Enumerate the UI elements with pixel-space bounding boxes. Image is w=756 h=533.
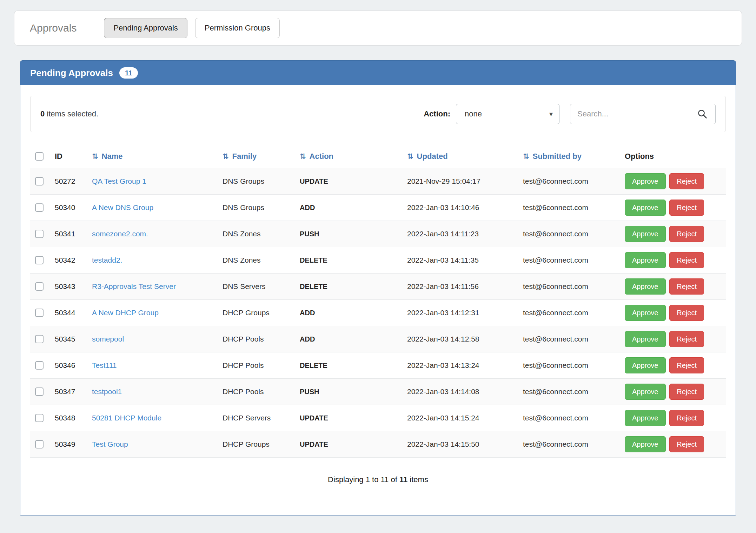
row-submitted-by: test@6connect.com bbox=[520, 168, 622, 195]
row-action: ADD bbox=[297, 195, 404, 221]
row-family: DNS Servers bbox=[220, 274, 297, 300]
row-name-link[interactable]: 50281 DHCP Module bbox=[92, 414, 161, 422]
row-id: 50348 bbox=[52, 405, 89, 431]
panel-header: Pending Approvals 11 bbox=[20, 61, 736, 85]
reject-button[interactable]: Reject bbox=[669, 410, 704, 426]
row-name-link[interactable]: R3-Approvals Test Server bbox=[92, 282, 176, 290]
approve-button[interactable]: Approve bbox=[625, 410, 666, 426]
pagination-summary: Displaying 1 to 11 of 11 items bbox=[30, 475, 726, 484]
tab-permission-groups[interactable]: Permission Groups bbox=[195, 18, 280, 38]
row-submitted-by: test@6connect.com bbox=[520, 326, 622, 352]
selected-label: items selected. bbox=[45, 109, 98, 118]
table-row: 50342 testadd2. DNS Zones DELETE 2022-Ja… bbox=[30, 247, 726, 274]
row-family: DNS Zones bbox=[220, 247, 297, 274]
row-name-link[interactable]: QA Test Group 1 bbox=[92, 177, 146, 185]
reject-button[interactable]: Reject bbox=[669, 173, 704, 189]
table-row: 50341 somezone2.com. DNS Zones PUSH 2022… bbox=[30, 221, 726, 247]
row-family: DNS Zones bbox=[220, 221, 297, 247]
row-family: DHCP Servers bbox=[220, 405, 297, 431]
column-header-action[interactable]: ⇅Action bbox=[297, 145, 404, 168]
row-family: DNS Groups bbox=[220, 195, 297, 221]
search-input[interactable] bbox=[570, 104, 689, 124]
approve-button[interactable]: Approve bbox=[625, 252, 666, 268]
reject-button[interactable]: Reject bbox=[669, 384, 704, 400]
row-id: 50349 bbox=[52, 431, 89, 458]
reject-button[interactable]: Reject bbox=[669, 200, 704, 216]
approve-button[interactable]: Approve bbox=[625, 226, 666, 242]
row-family: DHCP Pools bbox=[220, 326, 297, 352]
row-checkbox[interactable] bbox=[35, 387, 44, 396]
row-checkbox[interactable] bbox=[35, 282, 44, 291]
row-action: DELETE bbox=[297, 274, 404, 300]
table-header-row: ID ⇅Name ⇅Family ⇅Action ⇅Updated bbox=[30, 145, 726, 168]
reject-button[interactable]: Reject bbox=[669, 278, 704, 295]
reject-button[interactable]: Reject bbox=[669, 305, 704, 321]
approve-button[interactable]: Approve bbox=[625, 384, 666, 400]
row-updated: 2022-Jan-03 14:14:08 bbox=[404, 379, 520, 405]
approve-button[interactable]: Approve bbox=[625, 305, 666, 321]
table-row: 50347 testpool1 DHCP Pools PUSH 2022-Jan… bbox=[30, 379, 726, 405]
table-row: 50345 somepool DHCP Pools ADD 2022-Jan-0… bbox=[30, 326, 726, 352]
row-action: PUSH bbox=[297, 379, 404, 405]
select-all-checkbox[interactable] bbox=[35, 152, 44, 161]
row-checkbox[interactable] bbox=[35, 230, 44, 238]
reject-button[interactable]: Reject bbox=[669, 436, 704, 452]
row-checkbox[interactable] bbox=[35, 309, 44, 317]
row-checkbox[interactable] bbox=[35, 335, 44, 343]
column-header-id: ID bbox=[52, 145, 89, 168]
row-name-link[interactable]: testpool1 bbox=[92, 387, 122, 396]
toolbar-right: Action: none ▾ bbox=[424, 104, 716, 124]
reject-button[interactable]: Reject bbox=[669, 226, 704, 242]
row-id: 50347 bbox=[52, 379, 89, 405]
row-checkbox[interactable] bbox=[35, 440, 44, 448]
column-header-updated[interactable]: ⇅Updated bbox=[404, 145, 520, 168]
row-name-link[interactable]: somezone2.com. bbox=[92, 230, 148, 238]
row-checkbox[interactable] bbox=[35, 414, 44, 422]
row-action: UPDATE bbox=[297, 405, 404, 431]
row-action: UPDATE bbox=[297, 168, 404, 195]
row-updated: 2021-Nov-29 15:04:17 bbox=[404, 168, 520, 195]
action-label: Action: bbox=[424, 109, 450, 119]
table-row: 50349 Test Group DHCP Groups UPDATE 2022… bbox=[30, 431, 726, 458]
row-updated: 2022-Jan-03 14:12:31 bbox=[404, 300, 520, 326]
table-row: 50340 A New DNS Group DNS Groups ADD 202… bbox=[30, 195, 726, 221]
approve-button[interactable]: Approve bbox=[625, 173, 666, 189]
tab-pending-approvals[interactable]: Pending Approvals bbox=[104, 18, 187, 38]
row-name-link[interactable]: testadd2. bbox=[92, 256, 122, 264]
row-submitted-by: test@6connect.com bbox=[520, 274, 622, 300]
approve-button[interactable]: Approve bbox=[625, 357, 666, 373]
column-header-name[interactable]: ⇅Name bbox=[89, 145, 220, 168]
reject-button[interactable]: Reject bbox=[669, 331, 704, 347]
row-family: DNS Groups bbox=[220, 168, 297, 195]
table-row: 50272 QA Test Group 1 DNS Groups UPDATE … bbox=[30, 168, 726, 195]
row-id: 50345 bbox=[52, 326, 89, 352]
approve-button[interactable]: Approve bbox=[625, 436, 666, 452]
sort-icon: ⇅ bbox=[300, 152, 306, 160]
approve-button[interactable]: Approve bbox=[625, 200, 666, 216]
row-checkbox[interactable] bbox=[35, 177, 44, 185]
row-updated: 2022-Jan-03 14:11:35 bbox=[404, 247, 520, 274]
reject-button[interactable]: Reject bbox=[669, 357, 704, 373]
select-all-cell bbox=[30, 145, 52, 168]
column-header-family[interactable]: ⇅Family bbox=[220, 145, 297, 168]
action-select[interactable]: none ▾ bbox=[456, 104, 559, 124]
reject-button[interactable]: Reject bbox=[669, 252, 704, 268]
row-checkbox[interactable] bbox=[35, 256, 44, 264]
row-updated: 2022-Jan-03 14:11:23 bbox=[404, 221, 520, 247]
row-submitted-by: test@6connect.com bbox=[520, 195, 622, 221]
row-name-link[interactable]: somepool bbox=[92, 335, 124, 343]
table-row: 50346 Test111 DHCP Pools DELETE 2022-Jan… bbox=[30, 352, 726, 379]
row-id: 50343 bbox=[52, 274, 89, 300]
row-id: 50340 bbox=[52, 195, 89, 221]
column-header-submitted-by[interactable]: ⇅Submitted by bbox=[520, 145, 622, 168]
row-name-link[interactable]: A New DHCP Group bbox=[92, 309, 159, 317]
row-updated: 2022-Jan-03 14:15:50 bbox=[404, 431, 520, 458]
approve-button[interactable]: Approve bbox=[625, 278, 666, 295]
search-button[interactable] bbox=[689, 104, 716, 124]
row-checkbox[interactable] bbox=[35, 203, 44, 212]
row-name-link[interactable]: Test111 bbox=[92, 361, 117, 369]
approve-button[interactable]: Approve bbox=[625, 331, 666, 347]
row-checkbox[interactable] bbox=[35, 361, 44, 370]
row-name-link[interactable]: A New DNS Group bbox=[92, 203, 153, 211]
row-name-link[interactable]: Test Group bbox=[92, 440, 128, 448]
